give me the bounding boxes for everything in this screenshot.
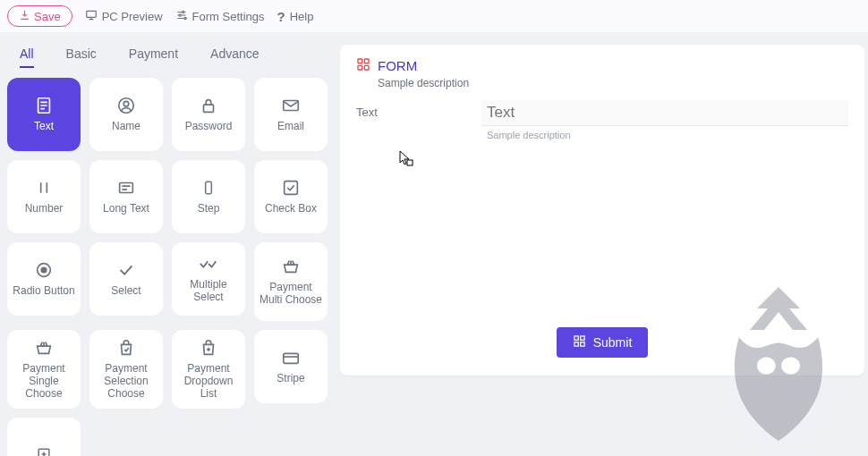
tile-label: Select bbox=[111, 285, 140, 298]
tile-text[interactable]: Text bbox=[7, 78, 81, 151]
form-title: FORM bbox=[378, 58, 417, 73]
tile-label: Payment Multi Choose bbox=[258, 282, 324, 307]
tile-email[interactable]: Email bbox=[254, 78, 328, 151]
form-icon bbox=[356, 57, 370, 74]
form-title-row: FORM bbox=[356, 57, 848, 74]
number-icon bbox=[34, 178, 54, 198]
monitor-icon bbox=[85, 9, 98, 24]
password-icon bbox=[199, 96, 218, 115]
tab-all[interactable]: All bbox=[20, 41, 34, 68]
tile-label: Multiple Select bbox=[175, 279, 242, 304]
bagplus-icon bbox=[199, 338, 218, 358]
svg-rect-10 bbox=[206, 182, 212, 193]
svg-rect-23 bbox=[580, 342, 583, 346]
svg-rect-11 bbox=[285, 182, 298, 195]
form-description: Sample description bbox=[378, 77, 848, 89]
svg-rect-17 bbox=[364, 59, 369, 63]
text-icon bbox=[34, 96, 54, 115]
sliders-icon bbox=[175, 9, 188, 24]
field-input-wrap: Sample description bbox=[481, 100, 848, 140]
tile-payment-multi-choose[interactable]: Payment Multi Choose bbox=[254, 242, 328, 321]
card-icon bbox=[281, 348, 301, 367]
email-icon bbox=[281, 96, 301, 115]
tab-payment[interactable]: Payment bbox=[129, 41, 178, 68]
tile-label: Text bbox=[34, 121, 54, 133]
svg-point-3 bbox=[183, 17, 185, 19]
tile-stripe[interactable]: Stripe bbox=[254, 330, 328, 403]
grid-icon bbox=[573, 334, 586, 350]
tile-label: Email bbox=[277, 121, 304, 133]
name-icon bbox=[116, 96, 136, 115]
tile-label: Radio Button bbox=[13, 285, 74, 298]
svg-rect-0 bbox=[86, 11, 96, 17]
bag-icon bbox=[116, 338, 136, 358]
tab-basic[interactable]: Basic bbox=[66, 41, 97, 68]
svg-point-13 bbox=[41, 267, 47, 273]
svg-point-6 bbox=[123, 102, 129, 107]
svg-point-1 bbox=[182, 11, 183, 13]
tile-step[interactable]: Step bbox=[172, 160, 245, 233]
tile-payment-selection-choose[interactable]: Payment Selection Choose bbox=[89, 330, 163, 409]
sidebar: AllBasicPaymentAdvance TextNamePasswordE… bbox=[4, 32, 329, 456]
tile-label: Password bbox=[185, 121, 233, 133]
tab-advance[interactable]: Advance bbox=[210, 41, 259, 68]
form-card: FORM Sample description Text Sample desc… bbox=[340, 45, 864, 376]
checkbox-icon bbox=[281, 178, 301, 198]
tile-payment-dropdown-list[interactable]: Payment Dropdown List bbox=[172, 330, 245, 409]
save-button[interactable]: Save bbox=[7, 5, 72, 27]
plus-icon bbox=[34, 444, 54, 456]
tile-plus[interactable] bbox=[7, 418, 81, 456]
tile-number[interactable]: Number bbox=[7, 160, 81, 233]
svg-rect-9 bbox=[120, 183, 133, 193]
text-input[interactable] bbox=[481, 100, 848, 126]
question-icon: ? bbox=[277, 9, 285, 24]
svg-rect-22 bbox=[574, 342, 578, 346]
tile-check-box[interactable]: Check Box bbox=[254, 160, 328, 233]
svg-rect-16 bbox=[358, 59, 362, 63]
tile-password[interactable]: Password bbox=[172, 78, 245, 151]
help-button[interactable]: ? Help bbox=[277, 9, 313, 24]
tile-label: Payment Single Choose bbox=[11, 363, 77, 400]
tile-label: Name bbox=[112, 121, 140, 133]
svg-point-2 bbox=[179, 13, 181, 15]
category-tabs: AllBasicPaymentAdvance bbox=[4, 32, 329, 69]
tile-radio-button[interactable]: Radio Button bbox=[7, 242, 81, 316]
select-icon bbox=[116, 260, 136, 280]
svg-rect-21 bbox=[580, 336, 583, 340]
tile-label: Long Text bbox=[103, 203, 149, 215]
field-row: Text Sample description bbox=[356, 100, 848, 140]
save-label: Save bbox=[34, 10, 61, 23]
submit-button[interactable]: Submit bbox=[557, 327, 649, 358]
form-settings-button[interactable]: Form Settings bbox=[175, 9, 265, 24]
basket-icon bbox=[281, 257, 301, 276]
svg-rect-7 bbox=[204, 105, 214, 112]
tile-long-text[interactable]: Long Text bbox=[89, 160, 163, 233]
multiselect-icon bbox=[199, 254, 218, 274]
form-canvas: FORM Sample description Text Sample desc… bbox=[340, 45, 864, 456]
field-label: Text bbox=[356, 100, 464, 119]
step-icon bbox=[199, 178, 218, 198]
tile-label: Check Box bbox=[265, 203, 317, 215]
toolbar: Save PC Preview Form Settings ? Help bbox=[0, 0, 868, 32]
tile-grid: TextNamePasswordEmailNumberLong TextStep… bbox=[4, 69, 329, 456]
svg-rect-18 bbox=[358, 65, 362, 70]
tile-payment-single-choose[interactable]: Payment Single Choose bbox=[7, 330, 81, 409]
field-sublabel: Sample description bbox=[481, 130, 848, 140]
svg-rect-19 bbox=[364, 65, 369, 70]
tile-name[interactable]: Name bbox=[89, 78, 163, 151]
tile-multiple-select[interactable]: Multiple Select bbox=[172, 242, 245, 316]
svg-rect-20 bbox=[574, 336, 578, 340]
tile-label: Step bbox=[198, 203, 220, 215]
pc-preview-button[interactable]: PC Preview bbox=[85, 9, 163, 24]
tile-label: Stripe bbox=[277, 373, 304, 385]
svg-rect-14 bbox=[284, 354, 299, 364]
tile-label: Payment Selection Choose bbox=[93, 363, 159, 400]
longtext-icon bbox=[116, 178, 136, 198]
tile-label: Number bbox=[25, 203, 64, 215]
radio-icon bbox=[34, 260, 54, 280]
tile-label: Payment Dropdown List bbox=[175, 363, 242, 400]
basket-icon bbox=[34, 338, 54, 358]
download-icon bbox=[19, 9, 30, 23]
tile-select[interactable]: Select bbox=[89, 242, 163, 316]
